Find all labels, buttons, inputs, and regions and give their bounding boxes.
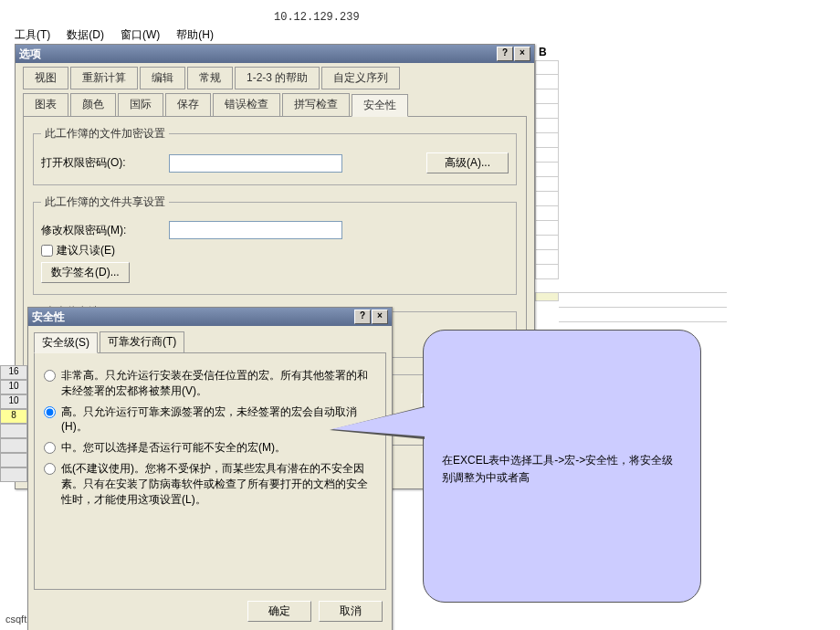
- tab-security-level[interactable]: 安全级(S): [34, 332, 98, 353]
- row-header[interactable]: [0, 453, 27, 467]
- radio-high[interactable]: [44, 406, 56, 418]
- security-titlebar: 安全性 ? ×: [28, 308, 392, 326]
- security-dialog: 安全性 ? × 安全级(S) 可靠发行商(T) 非常高。只允许运行安装在受信任位…: [27, 307, 393, 630]
- menu-data[interactable]: 数据(D): [67, 27, 104, 43]
- row-header[interactable]: [0, 467, 27, 482]
- options-tabs-row2: 图表 颜色 国际 保存 错误检查 拼写检查 安全性: [23, 93, 527, 116]
- sheet-column-strip: [535, 60, 559, 279]
- tab-view[interactable]: 视图: [23, 67, 68, 89]
- tab-spell-check[interactable]: 拼写检查: [282, 93, 350, 116]
- tab-save[interactable]: 保存: [165, 93, 211, 116]
- encryption-legend: 此工作簿的文件加密设置: [41, 126, 169, 142]
- tab-123-help[interactable]: 1-2-3 的帮助: [235, 67, 320, 89]
- row-header[interactable]: [0, 424, 27, 438]
- tab-international[interactable]: 国际: [118, 93, 163, 116]
- modify-password-label: 修改权限密码(M):: [41, 223, 169, 238]
- open-password-label: 打开权限密码(O):: [41, 155, 169, 171]
- options-titlebar: 选项 ? ×: [16, 45, 534, 63]
- tab-edit[interactable]: 编辑: [140, 67, 185, 89]
- tab-recalculate[interactable]: 重新计算: [70, 67, 138, 89]
- radio-medium-label: 中。您可以选择是否运行可能不安全的宏(M)。: [61, 440, 286, 456]
- security-cancel-button[interactable]: 取消: [319, 601, 383, 622]
- security-ok-button[interactable]: 确定: [247, 601, 311, 622]
- sharing-group: 此工作簿的文件共享设置 修改权限密码(M): 建议只读(E) 数字签名(D)..…: [33, 194, 517, 295]
- options-title: 选项: [19, 47, 41, 62]
- tab-security[interactable]: 安全性: [352, 94, 408, 117]
- close-icon[interactable]: ×: [514, 47, 530, 61]
- security-tabs: 安全级(S) 可靠发行商(T): [34, 331, 386, 352]
- radio-very-high-label: 非常高。只允许运行安装在受信任位置的宏。所有其他签署的和未经签署的宏都将被禁用(…: [61, 368, 376, 399]
- help-icon[interactable]: ?: [354, 310, 371, 324]
- tab-color[interactable]: 颜色: [70, 93, 116, 116]
- row-header[interactable]: 16: [0, 365, 27, 380]
- security-title: 安全性: [32, 310, 65, 325]
- grid-line: [559, 292, 727, 293]
- tab-error-check[interactable]: 错误检查: [213, 93, 280, 116]
- menubar: 工具(T) 数据(D) 窗口(W) 帮助(H): [15, 27, 214, 43]
- row-headers: 16 10 10 8: [0, 365, 27, 482]
- tab-general[interactable]: 常规: [187, 67, 233, 89]
- open-password-input[interactable]: [169, 154, 342, 173]
- callout-annotation: 在EXCEL表中选择工具->宏->安全性，将安全级别调整为中或者高: [423, 330, 701, 603]
- callout-text: 在EXCEL表中选择工具->宏->安全性，将安全级别调整为中或者高: [442, 452, 682, 487]
- column-header-b: B: [539, 46, 547, 58]
- radio-medium[interactable]: [44, 442, 56, 454]
- radio-very-high[interactable]: [44, 370, 56, 382]
- row-header-selected[interactable]: 8: [0, 409, 27, 424]
- sheet-row-band: [535, 292, 559, 301]
- modify-password-input[interactable]: [169, 221, 342, 239]
- row-header[interactable]: 10: [0, 394, 27, 409]
- tab-trusted-publishers[interactable]: 可靠发行商(T): [100, 331, 184, 352]
- readonly-label: 建议只读(E): [57, 243, 115, 258]
- menu-window[interactable]: 窗口(W): [121, 27, 160, 43]
- options-tabs-row1: 视图 重新计算 编辑 常规 1-2-3 的帮助 自定义序列: [23, 67, 527, 89]
- close-icon[interactable]: ×: [372, 310, 388, 324]
- tab-chart[interactable]: 图表: [23, 93, 68, 116]
- menu-tools[interactable]: 工具(T): [15, 27, 50, 43]
- sharing-legend: 此工作簿的文件共享设置: [41, 194, 169, 210]
- help-icon[interactable]: ?: [497, 47, 513, 61]
- grid-line: [559, 307, 727, 308]
- grid-line: [559, 321, 727, 322]
- menu-help[interactable]: 帮助(H): [176, 27, 214, 43]
- row-header[interactable]: 10: [0, 380, 27, 394]
- encryption-group: 此工作簿的文件加密设置 打开权限密码(O): 高级(A)...: [33, 126, 517, 185]
- radio-low-label: 低(不建议使用)。您将不受保护，而某些宏具有潜在的不安全因素。只有在安装了防病毒…: [61, 461, 376, 507]
- advanced-button[interactable]: 高级(A)...: [426, 152, 509, 173]
- tab-custom-lists[interactable]: 自定义序列: [321, 67, 400, 89]
- readonly-checkbox[interactable]: [41, 245, 53, 257]
- row-header[interactable]: [0, 438, 27, 453]
- radio-low[interactable]: [44, 463, 56, 475]
- ip-address: 10.12.129.239: [274, 11, 360, 24]
- footer-text: csqft: [5, 614, 26, 625]
- security-level-panel: 非常高。只允许运行安装在受信任位置的宏。所有其他签署的和未经签署的宏都将被禁用(…: [34, 352, 386, 590]
- digital-signature-button[interactable]: 数字签名(D)...: [41, 262, 130, 283]
